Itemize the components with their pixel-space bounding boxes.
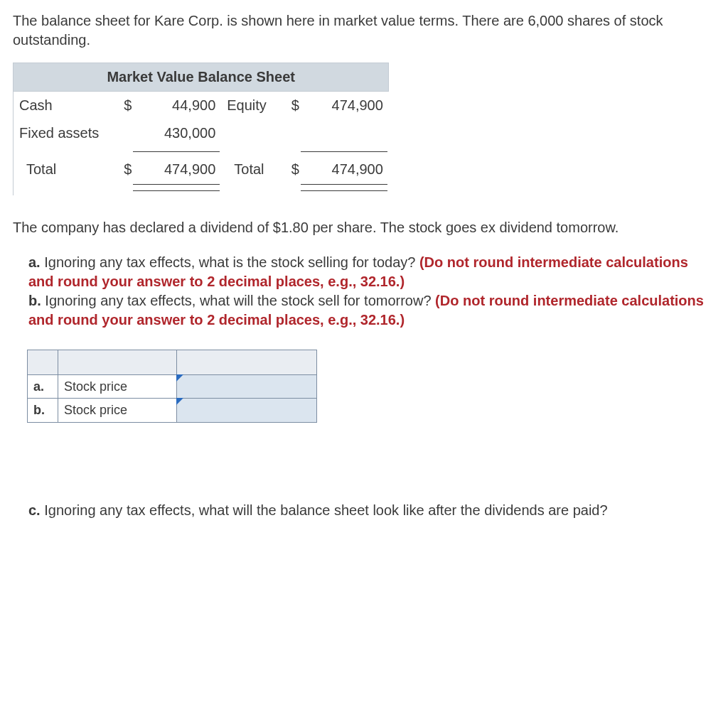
total-liab-dollar: $ [279,156,299,183]
equity-dollar: $ [279,92,299,120]
answer-b-input[interactable] [177,399,317,422]
question-a: a. Ignoring any tax effects, what is the… [28,253,715,291]
balance-sheet-table: Market Value Balance Sheet Cash $ 44,900… [13,63,389,195]
fixed-assets-value: 430,000 [132,119,221,147]
cash-value: 44,900 [132,92,221,120]
total-liab-label: Total [221,156,279,183]
question-c-text: Ignoring any tax effects, what will the … [44,502,607,518]
balance-title: Market Value Balance Sheet [14,63,389,92]
question-b-label: b. [28,293,41,308]
question-b: b. Ignoring any tax effects, what will t… [28,291,715,330]
answer-a-desc: Stock price [58,375,177,399]
table-row: a. Stock price [28,375,317,399]
answer-b-desc: Stock price [58,399,177,422]
input-indicator-icon [176,374,183,382]
question-list: a. Ignoring any tax effects, what is the… [13,253,715,330]
double-rule [132,183,221,195]
double-rule [299,183,389,195]
rule-line [133,151,220,152]
equity-value: 474,900 [299,92,389,120]
answer-a-input[interactable] [177,375,317,399]
answer-b-label: b. [28,399,58,422]
cash-dollar: $ [112,92,132,120]
total-liab-value: 474,900 [299,156,389,183]
total-assets-dollar: $ [112,156,132,183]
question-a-text: Ignoring any tax effects, what is the st… [44,254,419,270]
input-indicator-icon [176,398,183,405]
cash-label: Cash [14,92,112,120]
question-c: c. Ignoring any tax effects, what will t… [13,501,715,520]
answer-a-label: a. [28,375,58,399]
question-a-label: a. [28,254,41,270]
question-c-label: c. [28,502,41,518]
question-b-text: Ignoring any tax effects, what will the … [45,293,435,308]
rule-line [301,151,387,152]
fixed-assets-label: Fixed assets [14,119,112,147]
equity-label: Equity [221,92,279,120]
table-row: b. Stock price [28,399,317,422]
intro-text: The balance sheet for Kare Corp. is show… [13,11,715,50]
total-assets-value: 474,900 [132,156,221,183]
answer-table: a. Stock price b. Stock price [27,350,317,423]
total-assets-label: Total [14,156,112,183]
paragraph-dividend: The company has declared a dividend of $… [13,218,715,237]
